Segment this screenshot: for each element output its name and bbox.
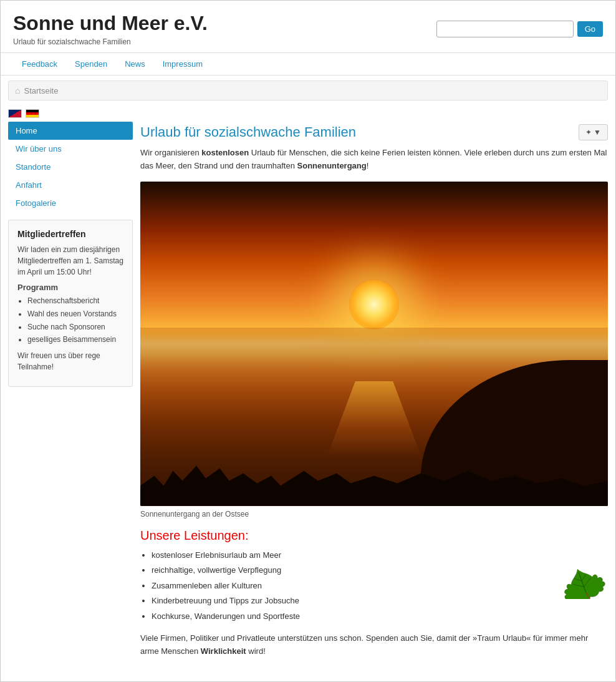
sidebar-item-fotogalerie[interactable]: Fotogalerie: [8, 194, 133, 212]
sidebar-item-wir[interactable]: Wir über uns: [8, 140, 133, 158]
services-title: Unsere Leistungen:: [140, 529, 608, 543]
search-area: Go: [436, 21, 603, 37]
intro-bold2: Sonnenuntergang: [297, 161, 367, 170]
list-item: Kinderbetreuung und Tipps zur Jobsuche: [152, 595, 608, 607]
sunset-image: [140, 182, 608, 506]
sidebar-program-list: Rechenschaftsbericht Wahl des neuen Vors…: [17, 296, 123, 345]
footer-part2: wird!: [246, 646, 266, 656]
list-item: Suche nach Sponsoren: [27, 322, 123, 333]
list-item: Rechenschaftsbericht: [27, 296, 123, 306]
navbar: Feedback Spenden News Impressum: [1, 53, 615, 76]
image-container: Sonnenuntergang an der Ostsee: [140, 182, 608, 519]
sidebar-box-intro: Wir laden ein zum diesjährigen Mitgliede…: [17, 244, 123, 278]
intro-bold1: kostenlosen: [201, 148, 249, 157]
list-item: geselliges Beisammensein: [27, 334, 123, 345]
sidebar-item-anfahrt[interactable]: Anfahrt: [8, 176, 133, 194]
search-button[interactable]: Go: [577, 21, 603, 37]
intro-part3: !: [367, 161, 369, 170]
search-input[interactable]: [436, 21, 574, 37]
edit-button[interactable]: ✦ ▼: [579, 124, 608, 140]
breadcrumb: ⌂ Startseite: [8, 80, 608, 100]
breadcrumb-text: Startseite: [24, 86, 58, 95]
site-subtitle: Urlaub für sozialschwache Familien: [13, 37, 208, 46]
nav-news[interactable]: News: [116, 53, 154, 75]
intro-part1: Wir organisieren: [140, 148, 201, 157]
services-list: kostenloser Erlebnisurlaub am Meer reich…: [140, 549, 608, 623]
site-title: Sonne und Meer e.V.: [13, 12, 208, 35]
list-item: Zusammenleben aller Kulturen: [152, 580, 608, 592]
leaf-decoration: [564, 549, 608, 605]
sidebar-link-home[interactable]: Home: [8, 122, 133, 140]
sidebar-link-wir[interactable]: Wir über uns: [8, 140, 133, 158]
language-flags: [1, 105, 615, 122]
list-item: reichhaltige, vollwertige Verpflegung: [152, 564, 608, 577]
list-item: Kochkurse, Wanderungen und Sportfeste: [152, 610, 608, 623]
content-area: ✦ ▼ Urlaub für sozialschwache Familien W…: [140, 122, 608, 661]
sidebar-menu: Home Wir über uns Standorte Anfahrt Foto…: [8, 122, 133, 212]
sidebar-link-anfahrt[interactable]: Anfahrt: [8, 176, 133, 194]
footer-bold: Wirklichkeit: [201, 646, 246, 656]
content-title: Urlaub für sozialschwache Familien: [140, 124, 608, 140]
sidebar: Home Wir über uns Standorte Anfahrt Foto…: [8, 122, 133, 661]
sidebar-box-program-title: Programm: [17, 283, 123, 292]
list-item: Wahl des neuen Vorstands: [27, 309, 123, 319]
flag-english[interactable]: [8, 109, 22, 118]
sidebar-box-outro: Wir freuen uns über rege Teilnahme!: [17, 350, 123, 373]
sidebar-box-title: Mitgliedertreffen: [17, 229, 123, 239]
nav-impressum[interactable]: Impressum: [154, 53, 211, 75]
list-item: kostenloser Erlebnisurlaub am Meer: [152, 549, 608, 562]
sidebar-link-standorte[interactable]: Standorte: [8, 158, 133, 176]
sidebar-item-standorte[interactable]: Standorte: [8, 158, 133, 176]
services-section: kostenloser Erlebnisurlaub am Meer reich…: [140, 549, 608, 633]
site-branding: Sonne und Meer e.V. Urlaub für sozialsch…: [13, 12, 208, 46]
intro-text: Wir organisieren kostenlosen Urlaub für …: [140, 147, 608, 173]
sidebar-box: Mitgliedertreffen Wir laden ein zum dies…: [8, 220, 133, 387]
home-icon: ⌂: [15, 85, 20, 95]
footer-text: Viele Firmen, Politiker und Privatleute …: [140, 632, 608, 658]
header: Sonne und Meer e.V. Urlaub für sozialsch…: [1, 1, 615, 53]
main-layout: Home Wir über uns Standorte Anfahrt Foto…: [1, 122, 615, 661]
flag-german[interactable]: [26, 109, 39, 118]
image-caption: Sonnenuntergang an der Ostsee: [140, 510, 608, 519]
sidebar-item-home[interactable]: Home: [8, 122, 133, 140]
nav-feedback[interactable]: Feedback: [13, 53, 66, 75]
sidebar-link-fotogalerie[interactable]: Fotogalerie: [8, 194, 133, 212]
nav-spenden[interactable]: Spenden: [66, 53, 116, 75]
